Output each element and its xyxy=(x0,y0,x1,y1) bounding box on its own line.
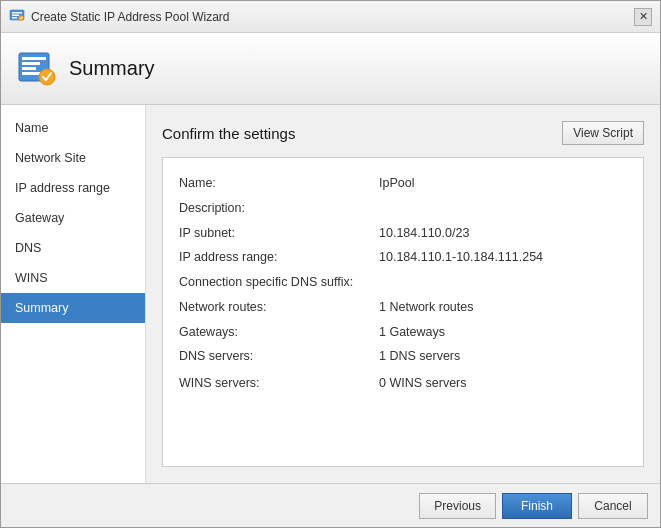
sidebar: Name Network Site IP address range Gatew… xyxy=(1,105,146,483)
settings-row-dns-suffix: Connection specific DNS suffix: xyxy=(179,273,627,292)
view-script-button[interactable]: View Script xyxy=(562,121,644,145)
settings-value-name: IpPool xyxy=(379,174,414,193)
settings-row-name: Name: IpPool xyxy=(179,174,627,193)
sidebar-item-name[interactable]: Name xyxy=(1,113,145,143)
finish-button[interactable]: Finish xyxy=(502,493,572,519)
wizard-title-icon xyxy=(9,7,25,26)
svg-point-4 xyxy=(19,16,24,21)
cancel-button[interactable]: Cancel xyxy=(578,493,648,519)
svg-rect-8 xyxy=(22,67,36,70)
svg-rect-7 xyxy=(22,62,40,65)
settings-box: Name: IpPool Description: IP subnet: 10.… xyxy=(162,157,644,467)
footer: Previous Finish Cancel xyxy=(1,483,660,527)
svg-rect-6 xyxy=(22,57,46,60)
header-title: Summary xyxy=(69,57,155,80)
settings-value-gateways: 1 Gateways xyxy=(379,323,445,342)
settings-row-dns-servers: DNS servers: 1 DNS servers xyxy=(179,347,627,366)
settings-label-gateways: Gateways: xyxy=(179,323,379,342)
settings-row-description: Description: xyxy=(179,199,627,218)
settings-label-wins-servers: WINS servers: xyxy=(179,374,379,393)
main-panel: Confirm the settings View Script Name: I… xyxy=(146,105,660,483)
settings-label-dns-suffix: Connection specific DNS suffix: xyxy=(179,273,379,292)
sidebar-item-wins[interactable]: WINS xyxy=(1,263,145,293)
sidebar-item-dns[interactable]: DNS xyxy=(1,233,145,263)
header-banner: Summary xyxy=(1,33,660,105)
panel-header: Confirm the settings View Script xyxy=(162,121,644,145)
settings-label-ip-subnet: IP subnet: xyxy=(179,224,379,243)
settings-value-dns-servers: 1 DNS servers xyxy=(379,347,460,366)
svg-rect-3 xyxy=(12,17,17,19)
sidebar-item-gateway[interactable]: Gateway xyxy=(1,203,145,233)
settings-value-wins-servers: 0 WINS servers xyxy=(379,374,467,393)
settings-row-ip-range: IP address range: 10.184.110.1-10.184.11… xyxy=(179,248,627,267)
svg-rect-2 xyxy=(12,15,19,17)
svg-rect-1 xyxy=(12,12,22,14)
settings-label-ip-range: IP address range: xyxy=(179,248,379,267)
previous-button[interactable]: Previous xyxy=(419,493,496,519)
settings-value-network-routes: 1 Network routes xyxy=(379,298,473,317)
title-bar: Create Static IP Address Pool Wizard ✕ xyxy=(1,1,660,33)
settings-value-ip-subnet: 10.184.110.0/23 xyxy=(379,224,469,243)
header-wizard-icon xyxy=(17,47,57,90)
close-button[interactable]: ✕ xyxy=(634,8,652,26)
settings-label-dns-servers: DNS servers: xyxy=(179,347,379,366)
title-bar-left: Create Static IP Address Pool Wizard xyxy=(9,7,230,26)
settings-row-ip-subnet: IP subnet: 10.184.110.0/23 xyxy=(179,224,627,243)
window-title: Create Static IP Address Pool Wizard xyxy=(31,10,230,24)
settings-label-network-routes: Network routes: xyxy=(179,298,379,317)
settings-row-wins-servers: WINS servers: 0 WINS servers xyxy=(179,374,627,393)
panel-title: Confirm the settings xyxy=(162,125,295,142)
sidebar-item-ip-address-range[interactable]: IP address range xyxy=(1,173,145,203)
settings-row-network-routes: Network routes: 1 Network routes xyxy=(179,298,627,317)
settings-label-description: Description: xyxy=(179,199,379,218)
settings-row-gateways: Gateways: 1 Gateways xyxy=(179,323,627,342)
wizard-window: Create Static IP Address Pool Wizard ✕ S… xyxy=(0,0,661,528)
content-area: Name Network Site IP address range Gatew… xyxy=(1,105,660,483)
settings-value-ip-range: 10.184.110.1-10.184.111.254 xyxy=(379,248,543,267)
settings-label-name: Name: xyxy=(179,174,379,193)
sidebar-item-network-site[interactable]: Network Site xyxy=(1,143,145,173)
sidebar-item-summary[interactable]: Summary xyxy=(1,293,145,323)
